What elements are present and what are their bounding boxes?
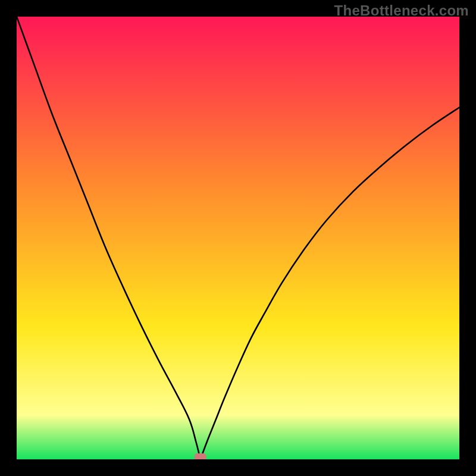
chart-frame: TheBottleneck.com: [0, 0, 476, 476]
bottleneck-chart: [17, 17, 459, 459]
gradient-background: [17, 17, 459, 459]
minimum-marker: [195, 453, 206, 459]
